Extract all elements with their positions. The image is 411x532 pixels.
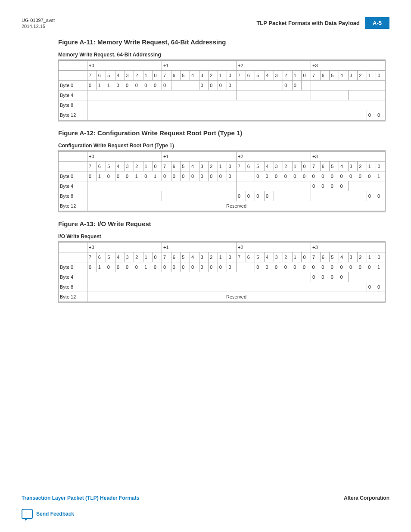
reserved-label: Reserved <box>87 292 386 302</box>
table-row: Byte 0 01000101 00000000 000000 00000001 <box>59 171 386 181</box>
table-row: Byte 12 Reserved <box>59 292 386 302</box>
offset-row: +0 +1 +2 +3 <box>59 60 386 70</box>
figure-caption: Memory Write Request, 64-Bit Addressing <box>58 52 389 58</box>
doc-meta: UG-01097_avst 2014.12.15 <box>22 17 55 30</box>
table-row: Byte 4 0000 <box>59 181 386 191</box>
rule <box>58 120 386 121</box>
offset-cell: +1 <box>162 60 237 70</box>
reserved-label: Reserved <box>87 201 386 211</box>
table-row: Byte 12 Reserved <box>59 201 386 211</box>
table-row: Byte 4 0000 <box>59 272 386 282</box>
bit-row: 76543210 76543210 76543210 76543210 <box>59 70 386 80</box>
figure-title: Figure A-11: Memory Write Request, 64-Bi… <box>58 38 389 46</box>
page-header: UG-01097_avst 2014.12.15 TLP Packet Form… <box>22 17 389 30</box>
offset-cell: +3 <box>311 60 386 70</box>
send-feedback-link[interactable]: Send Feedback <box>22 509 389 519</box>
table-row: Byte 0 01100000 00000 00 <box>59 80 386 90</box>
table-row: Byte 8 0000 00 <box>59 191 386 201</box>
table-row: Byte 0 01000010 00000000 000000 00000001 <box>59 262 386 272</box>
footer-corp: Altera Corporation <box>344 495 389 501</box>
tlp-table-cfg-write: +0 +1 +2 +3 76543210 76543210 76543210 7… <box>58 151 386 211</box>
figure-caption: I/O Write Request <box>58 233 389 240</box>
feedback-label: Send Feedback <box>36 511 74 517</box>
feedback-icon <box>22 509 33 519</box>
table-row: Byte 12 00 <box>59 110 386 120</box>
offset-cell: +0 <box>87 60 162 70</box>
bit-row: 76543210 76543210 76543210 76543210 <box>59 161 386 171</box>
figure-title: Figure A-13: I/O Write Request <box>58 220 389 227</box>
tlp-table-io-write: +0 +1 +2 +3 76543210 76543210 76543210 7… <box>58 242 386 302</box>
table-row: Byte 8 <box>59 100 386 110</box>
offset-row: +0 +1 +2 +3 <box>59 151 386 161</box>
doc-id: UG-01097_avst <box>22 17 55 23</box>
rule <box>58 302 386 303</box>
row-label: Byte 12 <box>59 110 87 120</box>
page-title: TLP Packet Formats with Data Payload <box>256 20 360 26</box>
tlp-table-mem-write-64: +0 +1 +2 +3 76543210 76543210 76543210 7… <box>58 60 386 120</box>
bit-row: 76543210 76543210 76543210 76543210 <box>59 252 386 262</box>
offset-row: +0 +1 +2 +3 <box>59 242 386 252</box>
row-label: Byte 8 <box>59 100 87 110</box>
page-footer: Transaction Layer Packet (TLP) Header Fo… <box>22 495 389 519</box>
bit-cell: 7 <box>87 70 97 80</box>
figure-title: Figure A-12: Configuration Write Request… <box>58 129 389 137</box>
row-label: Byte 0 <box>59 80 87 90</box>
footer-link[interactable]: Transaction Layer Packet (TLP) Header Fo… <box>22 495 139 501</box>
page-number-tag: A-5 <box>365 17 389 29</box>
rule <box>58 211 386 212</box>
figure-caption: Configuration Write Request Root Port (T… <box>58 143 389 149</box>
row-label: Byte 4 <box>59 90 87 100</box>
table-row: Byte 4 <box>59 90 386 100</box>
table-row: Byte 8 00 <box>59 282 386 292</box>
doc-date: 2014.12.15 <box>22 23 55 29</box>
offset-cell: +2 <box>237 60 311 70</box>
